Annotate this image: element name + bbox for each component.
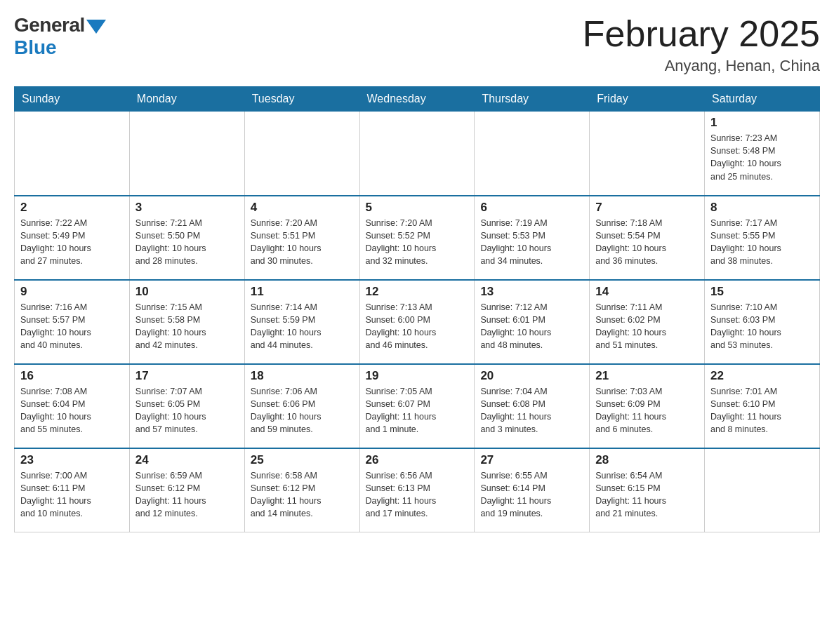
week-row-5: 23Sunrise: 7:00 AM Sunset: 6:11 PM Dayli… — [15, 448, 820, 532]
day-number: 7 — [595, 201, 699, 215]
day-info: Sunrise: 7:12 AM Sunset: 6:01 PM Dayligh… — [480, 301, 583, 352]
day-number: 22 — [710, 369, 814, 383]
page-header: General Blue February 2025 Anyang, Henan… — [14, 14, 820, 75]
day-info: Sunrise: 7:04 AM Sunset: 6:08 PM Dayligh… — [480, 385, 583, 436]
day-info: Sunrise: 6:56 AM Sunset: 6:13 PM Dayligh… — [366, 469, 469, 521]
calendar-cell: 21Sunrise: 7:03 AM Sunset: 6:09 PM Dayli… — [590, 364, 705, 448]
day-number: 6 — [480, 201, 583, 215]
calendar-cell: 6Sunrise: 7:19 AM Sunset: 5:53 PM Daylig… — [475, 196, 590, 280]
day-info: Sunrise: 7:00 AM Sunset: 6:11 PM Dayligh… — [20, 469, 124, 521]
week-row-4: 16Sunrise: 7:08 AM Sunset: 6:04 PM Dayli… — [15, 364, 820, 448]
day-info: Sunrise: 7:10 AM Sunset: 6:03 PM Dayligh… — [710, 301, 814, 352]
week-row-1: 1Sunrise: 7:23 AM Sunset: 5:48 PM Daylig… — [15, 112, 820, 196]
calendar-cell: 9Sunrise: 7:16 AM Sunset: 5:57 PM Daylig… — [15, 280, 130, 364]
day-info: Sunrise: 6:54 AM Sunset: 6:15 PM Dayligh… — [595, 469, 699, 521]
logo-general-text: General — [14, 14, 85, 36]
day-number: 11 — [251, 285, 354, 299]
calendar-cell: 3Sunrise: 7:21 AM Sunset: 5:50 PM Daylig… — [129, 196, 244, 280]
calendar-cell: 23Sunrise: 7:00 AM Sunset: 6:11 PM Dayli… — [15, 448, 130, 532]
day-number: 10 — [135, 285, 239, 299]
calendar-cell: 5Sunrise: 7:20 AM Sunset: 5:52 PM Daylig… — [359, 196, 475, 280]
weekday-header-wednesday: Wednesday — [359, 87, 475, 112]
day-info: Sunrise: 7:14 AM Sunset: 5:59 PM Dayligh… — [251, 301, 354, 352]
day-info: Sunrise: 7:07 AM Sunset: 6:05 PM Dayligh… — [135, 385, 239, 436]
day-info: Sunrise: 7:03 AM Sunset: 6:09 PM Dayligh… — [595, 385, 699, 436]
day-number: 2 — [20, 201, 124, 215]
day-number: 20 — [480, 369, 583, 383]
calendar-cell: 24Sunrise: 6:59 AM Sunset: 6:12 PM Dayli… — [129, 448, 244, 532]
day-number: 17 — [135, 369, 239, 383]
day-number: 25 — [251, 453, 354, 467]
day-number: 26 — [366, 453, 469, 467]
day-info: Sunrise: 7:13 AM Sunset: 6:00 PM Dayligh… — [366, 301, 469, 352]
calendar-cell: 15Sunrise: 7:10 AM Sunset: 6:03 PM Dayli… — [705, 280, 820, 364]
day-info: Sunrise: 7:18 AM Sunset: 5:54 PM Dayligh… — [595, 217, 699, 268]
day-number: 4 — [251, 201, 354, 215]
calendar-cell: 8Sunrise: 7:17 AM Sunset: 5:55 PM Daylig… — [705, 196, 820, 280]
calendar-cell: 7Sunrise: 7:18 AM Sunset: 5:54 PM Daylig… — [590, 196, 705, 280]
day-info: Sunrise: 6:59 AM Sunset: 6:12 PM Dayligh… — [135, 469, 239, 521]
weekday-header-friday: Friday — [590, 87, 705, 112]
day-info: Sunrise: 7:06 AM Sunset: 6:06 PM Dayligh… — [251, 385, 354, 436]
calendar-cell: 28Sunrise: 6:54 AM Sunset: 6:15 PM Dayli… — [590, 448, 705, 532]
day-number: 18 — [251, 369, 354, 383]
calendar-cell: 27Sunrise: 6:55 AM Sunset: 6:14 PM Dayli… — [475, 448, 590, 532]
day-info: Sunrise: 7:08 AM Sunset: 6:04 PM Dayligh… — [20, 385, 124, 436]
day-number: 5 — [366, 201, 469, 215]
day-info: Sunrise: 7:16 AM Sunset: 5:57 PM Dayligh… — [20, 301, 124, 352]
day-info: Sunrise: 7:20 AM Sunset: 5:52 PM Dayligh… — [366, 217, 469, 268]
day-info: Sunrise: 7:19 AM Sunset: 5:53 PM Dayligh… — [480, 217, 583, 268]
day-number: 19 — [366, 369, 469, 383]
calendar-cell: 18Sunrise: 7:06 AM Sunset: 6:06 PM Dayli… — [244, 364, 359, 448]
day-number: 21 — [595, 369, 699, 383]
logo: General Blue — [14, 14, 106, 59]
day-number: 23 — [20, 453, 124, 467]
calendar-cell: 2Sunrise: 7:22 AM Sunset: 5:49 PM Daylig… — [15, 196, 130, 280]
calendar-table: SundayMondayTuesdayWednesdayThursdayFrid… — [14, 86, 820, 532]
day-info: Sunrise: 7:01 AM Sunset: 6:10 PM Dayligh… — [710, 385, 814, 436]
calendar-cell — [705, 448, 820, 532]
week-row-3: 9Sunrise: 7:16 AM Sunset: 5:57 PM Daylig… — [15, 280, 820, 364]
calendar-cell: 13Sunrise: 7:12 AM Sunset: 6:01 PM Dayli… — [475, 280, 590, 364]
day-number: 13 — [480, 285, 583, 299]
day-number: 1 — [710, 116, 814, 130]
day-number: 27 — [480, 453, 583, 467]
day-number: 3 — [135, 201, 239, 215]
day-info: Sunrise: 7:23 AM Sunset: 5:48 PM Dayligh… — [710, 132, 814, 183]
calendar-cell: 11Sunrise: 7:14 AM Sunset: 5:59 PM Dayli… — [244, 280, 359, 364]
day-number: 14 — [595, 285, 699, 299]
calendar-cell: 12Sunrise: 7:13 AM Sunset: 6:00 PM Dayli… — [359, 280, 475, 364]
day-number: 12 — [366, 285, 469, 299]
day-info: Sunrise: 7:17 AM Sunset: 5:55 PM Dayligh… — [710, 217, 814, 268]
day-number: 16 — [20, 369, 124, 383]
calendar-cell — [244, 112, 359, 196]
weekday-header-row: SundayMondayTuesdayWednesdayThursdayFrid… — [15, 87, 820, 112]
day-info: Sunrise: 7:11 AM Sunset: 6:02 PM Dayligh… — [595, 301, 699, 352]
day-number: 28 — [595, 453, 699, 467]
day-number: 15 — [710, 285, 814, 299]
calendar-cell — [359, 112, 475, 196]
weekday-header-tuesday: Tuesday — [244, 87, 359, 112]
calendar-cell: 14Sunrise: 7:11 AM Sunset: 6:02 PM Dayli… — [590, 280, 705, 364]
weekday-header-monday: Monday — [129, 87, 244, 112]
logo-blue-text: Blue — [14, 36, 57, 59]
title-block: February 2025 Anyang, Henan, China — [583, 14, 820, 75]
location: Anyang, Henan, China — [583, 57, 820, 75]
calendar-cell: 1Sunrise: 7:23 AM Sunset: 5:48 PM Daylig… — [705, 112, 820, 196]
calendar-cell — [590, 112, 705, 196]
calendar-cell: 22Sunrise: 7:01 AM Sunset: 6:10 PM Dayli… — [705, 364, 820, 448]
calendar-cell — [15, 112, 130, 196]
calendar-cell — [475, 112, 590, 196]
weekday-header-sunday: Sunday — [15, 87, 130, 112]
day-info: Sunrise: 6:55 AM Sunset: 6:14 PM Dayligh… — [480, 469, 583, 521]
calendar-cell: 17Sunrise: 7:07 AM Sunset: 6:05 PM Dayli… — [129, 364, 244, 448]
calendar-cell: 25Sunrise: 6:58 AM Sunset: 6:12 PM Dayli… — [244, 448, 359, 532]
month-title: February 2025 — [583, 14, 820, 54]
day-number: 24 — [135, 453, 239, 467]
day-info: Sunrise: 7:21 AM Sunset: 5:50 PM Dayligh… — [135, 217, 239, 268]
day-number: 8 — [710, 201, 814, 215]
calendar-cell: 4Sunrise: 7:20 AM Sunset: 5:51 PM Daylig… — [244, 196, 359, 280]
day-info: Sunrise: 7:15 AM Sunset: 5:58 PM Dayligh… — [135, 301, 239, 352]
day-info: Sunrise: 7:22 AM Sunset: 5:49 PM Dayligh… — [20, 217, 124, 268]
weekday-header-saturday: Saturday — [705, 87, 820, 112]
